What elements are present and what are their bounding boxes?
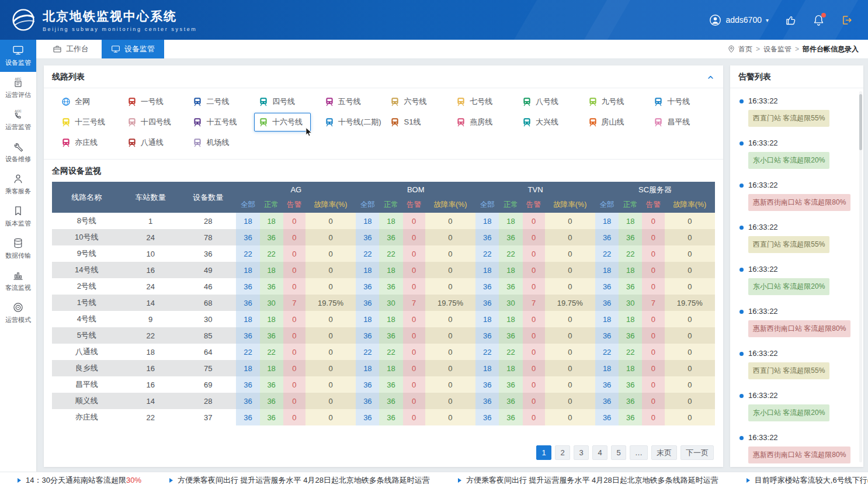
line-item-S1线[interactable]: S1线 (386, 113, 425, 131)
cell-failure-rate: 0 (665, 245, 715, 262)
cell-normal: 18 (260, 213, 283, 229)
breadcrumb-item[interactable]: 部件台帐信息录入 (803, 44, 859, 54)
alert-item[interactable]: 16:33:22惠新西街南口站 客流超限80% (739, 175, 855, 217)
praise-icon[interactable] (784, 14, 797, 26)
cell-alarm: 0 (283, 376, 305, 393)
breadcrumb-item[interactable]: 首页 (738, 44, 752, 54)
line-item-一号线[interactable]: 一号线 (123, 92, 168, 111)
sidebar-item-4[interactable]: 乘客服务 (0, 168, 36, 200)
page-button-2[interactable]: 2 (555, 445, 570, 460)
cell-failure-rate: 0 (305, 278, 356, 295)
alert-item[interactable]: 16:33:22东小口站 客流超限20% (739, 133, 855, 175)
line-item-昌平线[interactable]: 昌平线 (649, 113, 695, 131)
cell-alarm: 0 (283, 311, 305, 327)
alert-item[interactable]: 16:33:22西直门站 客流超限55% (739, 217, 855, 259)
alert-scrollbar[interactable] (859, 91, 862, 462)
ticker-item-3[interactable]: 目前呼家楼站客流较大,6号线下行(往海淀五路居方向)在呼家楼站采取部分 在呼家楼… (747, 475, 868, 486)
cell-total: 18 (595, 311, 619, 327)
user-menu[interactable]: adds6700 ▾ (709, 14, 769, 26)
cell-alarm: 0 (403, 262, 425, 278)
page-button-3[interactable]: 3 (574, 445, 589, 460)
line-item-房山线[interactable]: 房山线 (584, 113, 629, 131)
alert-time: 16:33:22 (748, 96, 855, 105)
sidebar-item-label: 设备监管 (5, 58, 31, 67)
line-item-七号线[interactable]: 七号线 (452, 92, 497, 111)
cell-alarm: 0 (523, 360, 545, 376)
line-item-全网[interactable]: 全网 (57, 92, 95, 111)
sidebar-item-2[interactable]: ACC运营监管 (0, 104, 36, 136)
line-item-二号线[interactable]: 二号线 (188, 92, 234, 111)
line-item-亦庄线[interactable]: 亦庄线 (57, 133, 102, 152)
page-button-…[interactable]: … (630, 445, 648, 460)
alert-item[interactable]: 16:33:22东小口站 客流超限20% (739, 259, 855, 301)
line-item-十五号线[interactable]: 十五号线 (188, 113, 241, 131)
ticker-item-2[interactable]: 方便乘客夜间出行 提升运营服务水平 4月28日起北京地铁多条线路延时运营 (458, 475, 718, 486)
sidebar-item-label: 数据传输 (5, 251, 31, 260)
cell-normal: 36 (260, 327, 283, 344)
alert-time: 16:33:22 (748, 391, 855, 400)
line-item-八号线[interactable]: 八号线 (518, 92, 563, 111)
line-item-十四号线[interactable]: 十四号线 (123, 113, 176, 131)
line-item-大兴线[interactable]: 大兴线 (518, 113, 563, 131)
cell-alarm: 0 (283, 245, 305, 262)
logout-icon[interactable] (841, 14, 853, 26)
page-button-末页[interactable]: 末页 (651, 445, 677, 460)
line-item-九号线[interactable]: 九号线 (584, 92, 629, 111)
cell-total: 36 (595, 295, 619, 311)
cell-total: 36 (236, 327, 259, 344)
cell-alarm: 0 (642, 376, 664, 393)
sidebar-item-8[interactable]: 运营模式 (0, 297, 36, 329)
cell-alarm: 0 (403, 409, 425, 425)
table-row: 4号线930181800181800181800181800 (52, 311, 715, 327)
line-item-十号线(二期)[interactable]: 十号线(二期) (320, 113, 386, 131)
page-button-5[interactable]: 5 (611, 445, 626, 460)
ticker-item-0[interactable]: 14：30分天通苑南站客流超限30% (18, 475, 141, 486)
cell-total: 36 (356, 229, 379, 245)
cell-normal: 18 (260, 262, 283, 278)
line-item-八通线[interactable]: 八通线 (123, 133, 168, 152)
cell-alarm: 0 (523, 245, 545, 262)
collapse-panel-button[interactable] (706, 73, 715, 82)
scrollbar-thumb[interactable] (859, 94, 862, 150)
sidebar-item-0[interactable]: 设备监管 (0, 40, 36, 72)
line-item-五号线[interactable]: 五号线 (320, 92, 366, 111)
alert-item[interactable]: 16:33:22惠新西街南口站 客流超限80% (739, 301, 855, 343)
alert-item[interactable]: 16:33:22西直门站 客流超限55% (739, 91, 855, 133)
alert-item[interactable]: 16:33:22惠新西街南口站 客流超限80% (739, 427, 855, 467)
brand: 北京地铁监视中心系统 Beijing subway monitoring cen… (11, 7, 197, 33)
tab-0[interactable]: 工作台 (43, 40, 98, 58)
cell-alarm: 0 (523, 278, 545, 295)
sidebar-item-1[interactable]: AFC运营评估 (0, 72, 36, 104)
line-item-十六号线[interactable]: 十六号线 (254, 113, 311, 131)
cell-normal: 18 (499, 213, 522, 229)
sidebar-item-3[interactable]: 设备维修 (0, 136, 36, 168)
line-item-十号线[interactable]: 十号线 (649, 92, 695, 111)
cell-failure-rate: 0 (305, 229, 356, 245)
ticker-item-1[interactable]: 方便乘客夜间出行 提升运营服务水平 4月28日起北京地铁多条线路延时运营 (169, 475, 430, 486)
sidebar-item-5[interactable]: 版本监管 (0, 200, 36, 233)
line-item-机场线[interactable]: 机场线 (188, 133, 234, 152)
table-row: 良乡线1675181800181800181800181800 (52, 360, 715, 376)
alert-item[interactable]: 16:33:22东小口站 客流超限20% (739, 385, 855, 427)
bell-icon[interactable] (813, 14, 825, 26)
line-item-四号线[interactable]: 四号线 (254, 92, 300, 111)
metro-line-icon (654, 117, 663, 127)
cell-failure-rate: 0 (665, 213, 715, 229)
page-button-4[interactable]: 4 (592, 445, 607, 460)
page-button-下一页[interactable]: 下一页 (680, 445, 714, 460)
table-row: 14号线1649181800181800181800181800 (52, 262, 715, 278)
alert-time: 16:33:22 (748, 307, 855, 316)
line-item-燕房线[interactable]: 燕房线 (452, 113, 497, 131)
breadcrumb-item[interactable]: 设备监管 (763, 44, 791, 54)
alert-item[interactable]: 16:33:22西直门站 客流超限55% (739, 343, 855, 385)
sidebar-item-6[interactable]: 数据传输 (0, 233, 36, 265)
tab-1[interactable]: 设备监管 (102, 40, 164, 58)
cell-alarm: 0 (523, 229, 545, 245)
line-item-十三号线[interactable]: 十三号线 (57, 113, 110, 131)
cell-alarm: 0 (523, 327, 545, 344)
sidebar-item-7[interactable]: 客流监视 (0, 265, 36, 297)
page-button-1[interactable]: 1 (536, 445, 551, 460)
brand-text: 北京地铁监视中心系统 Beijing subway monitoring cen… (43, 8, 197, 32)
line-item-六号线[interactable]: 六号线 (386, 92, 431, 111)
metro-line-icon (456, 117, 466, 127)
